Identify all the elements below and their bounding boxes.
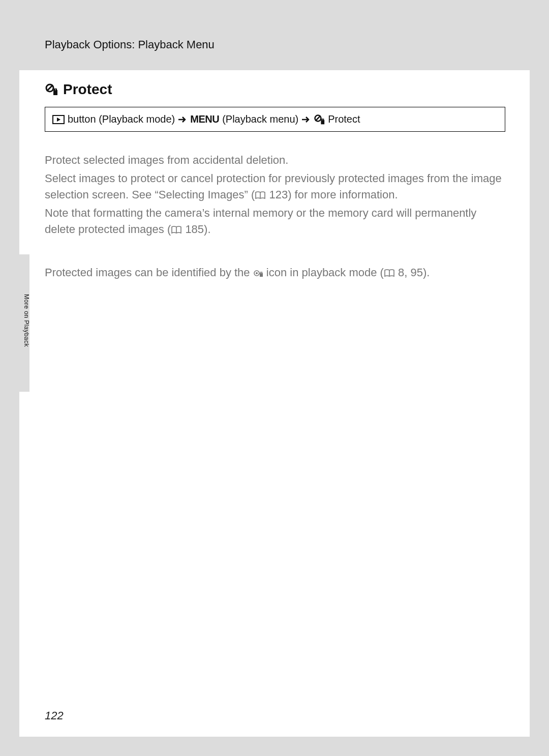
section-title-row: Protect	[45, 81, 505, 98]
header-band: Playback Options: Playback Menu	[19, 19, 530, 70]
book-icon	[171, 226, 182, 234]
text-fragment: 8, 95).	[395, 266, 430, 279]
paragraph-3: Note that formatting the camera’s intern…	[45, 205, 505, 238]
protect-icon	[45, 83, 58, 96]
arrow-icon	[301, 116, 311, 123]
svg-point-11	[256, 272, 258, 274]
book-icon	[384, 269, 395, 277]
arrow-icon	[178, 116, 187, 123]
content-area: Protect button (Playback mode) MENU (Pla…	[45, 70, 505, 283]
svg-marker-5	[57, 118, 60, 122]
playback-button-icon	[52, 115, 65, 124]
side-tab-label: More on Playback	[23, 294, 30, 347]
text-fragment: icon in playback mode (	[263, 266, 384, 279]
section-title: Protect	[63, 81, 112, 98]
paragraph-2: Select images to protect or cancel prote…	[45, 170, 505, 203]
body-text: Protect selected images from accidental …	[45, 152, 505, 281]
text-fragment: Note that formatting the camera’s intern…	[45, 207, 476, 236]
text-fragment: 123) for more information.	[266, 188, 398, 201]
paragraph-4: Protected images can be identified by th…	[45, 265, 505, 281]
paragraph-1: Protect selected images from accidental …	[45, 152, 505, 168]
navigation-path-box: button (Playback mode) MENU (Playback me…	[45, 107, 505, 132]
text-fragment: 185).	[182, 223, 210, 236]
manual-page: Playback Options: Playback Menu Protect	[19, 19, 530, 737]
menu-label: MENU	[190, 113, 219, 125]
svg-rect-13	[260, 272, 262, 274]
protect-icon	[314, 114, 325, 125]
nav-text-3: Protect	[328, 113, 360, 125]
book-icon	[255, 191, 266, 199]
breadcrumb: Playback Options: Playback Menu	[45, 38, 215, 51]
protect-status-icon	[253, 269, 263, 277]
text-fragment: Protected images can be identified by th…	[45, 266, 253, 279]
nav-text-1: button (Playback mode)	[68, 113, 175, 125]
page-number: 122	[45, 709, 64, 722]
nav-text-2: (Playback menu)	[222, 113, 298, 125]
